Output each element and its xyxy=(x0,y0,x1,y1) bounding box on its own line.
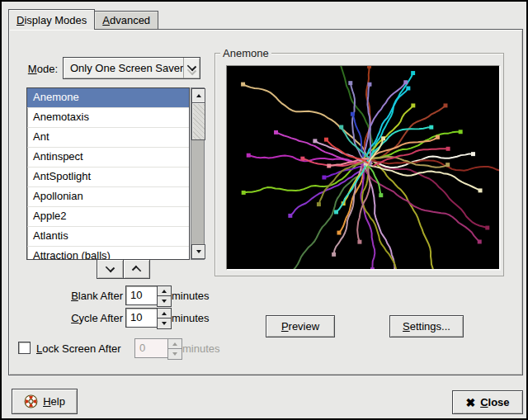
scrollbar-thumb[interactable] xyxy=(191,102,205,140)
list-item[interactable]: Apple2 xyxy=(27,207,189,227)
tab-advanced[interactable]: Advanced xyxy=(94,11,158,30)
close-x-icon: ✖ xyxy=(465,396,475,409)
cycle-after-input[interactable]: 10 xyxy=(125,308,158,328)
tab-display-modes[interactable]: Display Modes xyxy=(8,9,95,30)
list-item[interactable]: Attraction (balls) xyxy=(27,247,189,260)
tab-display-modes-label: Display Modes xyxy=(16,14,87,26)
screensaver-list[interactable]: AnemoneAnemotaxisAntAntinspectAntSpotlig… xyxy=(26,87,190,260)
preview-frame-title: Anemone xyxy=(220,47,271,59)
triangle-down-icon xyxy=(162,322,167,325)
list-item[interactable]: AntSpotlight xyxy=(27,168,189,187)
tab-advanced-label: Advanced xyxy=(102,14,150,26)
next-saver-button[interactable] xyxy=(97,259,124,279)
lock-after-stepper xyxy=(167,338,181,358)
spin-down-button[interactable] xyxy=(157,318,172,329)
life-buoy-icon xyxy=(24,394,38,408)
cycle-after-unit: minutes xyxy=(172,312,210,324)
tab-bar: Display Modes Advanced xyxy=(8,10,158,30)
triangle-up-icon xyxy=(172,342,177,346)
lock-after-input: 0 xyxy=(134,338,168,358)
help-button[interactable]: Help xyxy=(12,389,78,414)
scrollbar-up-button[interactable] xyxy=(191,88,205,103)
cycle-after-label: Cycle After xyxy=(24,312,123,324)
blank-after-unit: minutes xyxy=(172,290,210,302)
screensaver-preview-canvas xyxy=(226,65,500,270)
lock-after-unit: minutes xyxy=(182,342,220,355)
dropdown-arrow-icon xyxy=(183,58,200,78)
list-item[interactable]: Anemotaxis xyxy=(27,108,189,128)
list-scrollbar[interactable] xyxy=(191,87,205,260)
blank-after-stepper xyxy=(157,286,170,305)
lock-screen-label: Lock Screen After xyxy=(36,342,121,355)
spin-down-button[interactable] xyxy=(157,295,172,307)
prev-saver-button[interactable] xyxy=(123,259,150,279)
mode-label: Mode: xyxy=(18,63,58,75)
list-item[interactable]: Atlantis xyxy=(27,227,189,247)
lock-screen-checkbox[interactable] xyxy=(18,342,31,354)
triangle-down-icon xyxy=(172,352,177,356)
list-item[interactable]: Ant xyxy=(27,128,189,148)
blank-after-label: Blank After xyxy=(24,290,123,302)
triangle-up-icon xyxy=(162,290,167,293)
mode-value: Only One Screen Saver xyxy=(64,62,183,74)
mode-select[interactable]: Only One Screen Saver xyxy=(63,57,200,79)
triangle-down-icon xyxy=(162,300,167,303)
triangle-up-icon xyxy=(162,312,167,315)
cycle-after-stepper xyxy=(157,308,170,328)
spin-down-button xyxy=(167,348,182,360)
chevron-down-icon xyxy=(106,263,115,272)
blank-after-input[interactable]: 10 xyxy=(125,286,158,305)
anemone-preview-art xyxy=(227,66,499,269)
triangle-down-icon xyxy=(196,250,201,253)
preview-button[interactable]: Preview xyxy=(266,315,335,337)
triangle-up-icon xyxy=(196,94,201,97)
list-item[interactable]: Anemone xyxy=(27,88,189,108)
settings-button[interactable]: Settings... xyxy=(389,315,464,337)
list-item[interactable]: Apollonian xyxy=(27,187,189,207)
close-button[interactable]: ✖ Close xyxy=(452,390,523,414)
xscreensaver-preferences-window: Display Modes Advanced Mode: Only One Sc… xyxy=(0,0,528,420)
scrollbar-down-button[interactable] xyxy=(191,244,205,259)
chevron-up-icon xyxy=(132,266,141,275)
list-item[interactable]: Antinspect xyxy=(27,148,189,168)
